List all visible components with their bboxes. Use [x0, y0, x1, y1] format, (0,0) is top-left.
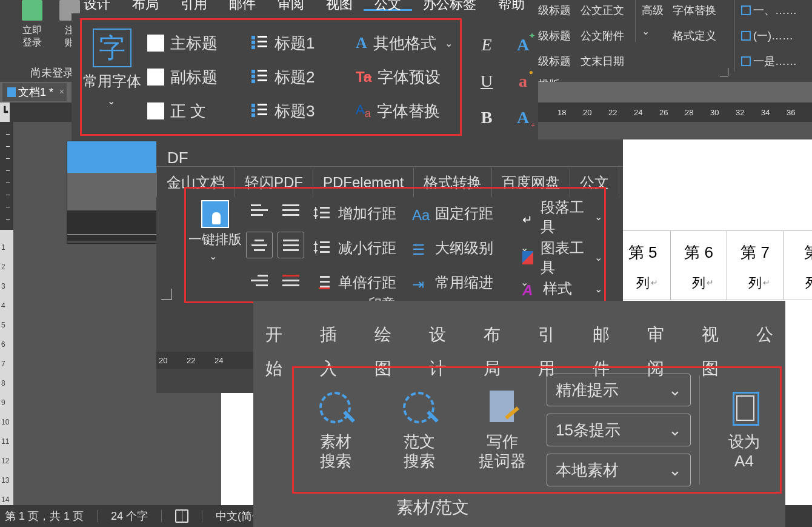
- vertical-ruler-margin[interactable]: [0, 122, 13, 230]
- outline-icon: ☰: [412, 241, 428, 255]
- p3-tab-view[interactable]: 视图: [690, 318, 744, 353]
- styles-btn[interactable]: A样式⌄: [522, 279, 607, 298]
- p3-tab-layout[interactable]: 布局: [471, 318, 526, 353]
- common-fonts-button[interactable]: 字 常用字体⌄: [82, 20, 142, 134]
- num-style-3[interactable]: 一是……: [741, 51, 797, 72]
- font-tools-group: 字体替换 格式定义: [673, 0, 716, 46]
- bold-btn[interactable]: B: [481, 108, 493, 127]
- chevron-down-icon: ⌄: [107, 96, 115, 106]
- gongwen-parts-group: 公文正文 公文附件 文末日期: [581, 0, 624, 72]
- chevron-down-icon: ⌄: [209, 251, 217, 261]
- login-now-button[interactable]: 立即 登录: [20, 0, 44, 49]
- material-search-btn[interactable]: 素材搜索: [294, 389, 378, 471]
- other-formats-btn[interactable]: A其他格式⌄: [353, 26, 458, 60]
- common-indent-btn[interactable]: ⇥常用缩进⌄: [412, 273, 533, 292]
- font-shrink-btn[interactable]: A+: [517, 108, 529, 127]
- advanced-btn[interactable]: 高级 ⌄: [642, 0, 664, 42]
- material-panel: 开始 插入 绘图 设计 布局 引用 邮件 审阅 视图 公 素材搜索 范文搜索 写…: [253, 301, 785, 527]
- underline-btn[interactable]: U: [481, 72, 493, 91]
- sample-search-btn[interactable]: 范文搜索: [378, 389, 461, 471]
- table-col-7[interactable]: 第 7列: [727, 230, 784, 300]
- p3-tab-start[interactable]: 开始: [253, 318, 308, 353]
- tab-officetags[interactable]: 办公标签: [412, 0, 487, 11]
- align-right-btn[interactable]: [246, 267, 273, 294]
- level-heading-1[interactable]: 级标题: [538, 0, 571, 21]
- gongwen-date[interactable]: 文末日期: [581, 51, 624, 72]
- letter-a-icon: A: [356, 34, 367, 52]
- gongwen-attachment[interactable]: 公文附件: [581, 25, 624, 46]
- gongwen-body[interactable]: 公文正文: [581, 0, 624, 21]
- font-replace-btn[interactable]: 字体替换: [673, 0, 716, 21]
- font-icon: 字: [93, 29, 131, 67]
- heading1-btn[interactable]: 标题1: [249, 26, 353, 60]
- level-heading-3[interactable]: 级标题: [538, 51, 571, 72]
- count-select[interactable]: 15条提示⌄: [547, 414, 691, 446]
- chevron-down-icon: ⌄: [594, 211, 602, 223]
- p3-tab-draw[interactable]: 绘图: [362, 318, 417, 353]
- list-icon: [741, 5, 751, 15]
- subtitle-btn[interactable]: 副标题: [145, 60, 249, 94]
- one-click-typeset-btn[interactable]: 一键排版 ⌄: [188, 200, 242, 264]
- main-title-btn[interactable]: 主标题: [145, 26, 249, 60]
- close-icon[interactable]: ×: [59, 87, 64, 96]
- login-l2: 登录: [22, 37, 42, 47]
- navpane-body: [67, 173, 157, 210]
- tab-references[interactable]: 引用: [170, 0, 218, 11]
- status-words[interactable]: 24 个字: [111, 509, 148, 523]
- style-icon: A: [522, 282, 536, 295]
- font-replace-btn[interactable]: Aa字体替换: [353, 94, 458, 128]
- heading2-btn[interactable]: 标题2: [249, 60, 353, 94]
- p3-tab-gong[interactable]: 公: [744, 318, 785, 353]
- p3-tab-review[interactable]: 审阅: [635, 318, 690, 353]
- source-select[interactable]: 本地素材⌄: [547, 454, 691, 486]
- num-style-1[interactable]: 一、……: [741, 0, 797, 21]
- p3-tab-mail[interactable]: 邮件: [581, 318, 635, 353]
- table-col-8[interactable]: 第列: [784, 230, 812, 300]
- tab-help[interactable]: 帮助: [487, 0, 536, 11]
- book-icon[interactable]: [175, 509, 188, 523]
- heading-group: 级标题 级标题 级标题 排版: [538, 0, 571, 95]
- p3-tab-ref[interactable]: 引用: [526, 318, 581, 353]
- tab-view[interactable]: 视图: [315, 0, 364, 11]
- p3-tab-design[interactable]: 设计: [417, 318, 471, 353]
- font-preset-btn[interactable]: Ta字体预设: [353, 60, 458, 94]
- heading3-btn[interactable]: 标题3: [249, 94, 353, 128]
- document-tab[interactable]: 文档1 * ×: [2, 83, 67, 101]
- tab-gongwen[interactable]: 公文: [364, 0, 412, 11]
- align-center-btn[interactable]: [246, 232, 273, 258]
- spacing-up-icon: [315, 207, 331, 220]
- list-icon: [251, 102, 268, 119]
- paragraph-tools-btn[interactable]: 段落工具⌄: [522, 198, 607, 237]
- dialog-launcher-icon[interactable]: [161, 289, 172, 300]
- p3-tab-insert[interactable]: 插入: [308, 318, 362, 353]
- table-col-6[interactable]: 第 6列: [671, 230, 727, 300]
- font-grow-btn[interactable]: A✦: [517, 35, 529, 55]
- clear-format-btn[interactable]: E: [481, 35, 491, 55]
- tab-layout[interactable]: 布局: [121, 0, 170, 11]
- align-justify-btn[interactable]: [278, 196, 304, 223]
- table-column-headers: 第 5列 第 6列 第 7列 第列: [614, 230, 812, 300]
- level-heading-2[interactable]: 级标题: [538, 25, 571, 46]
- single-spacing-icon: [315, 276, 331, 289]
- navigation-pane[interactable]: [67, 141, 158, 244]
- vertical-ruler[interactable]: 1 2 3 4 5 6 7 8 9 10 11 12 13 14: [0, 230, 13, 505]
- tab-review[interactable]: 审阅: [267, 0, 315, 11]
- body-text-btn[interactable]: 正 文: [145, 94, 249, 128]
- tab-mail[interactable]: 邮件: [218, 0, 267, 11]
- dialog-launcher-icon[interactable]: [720, 68, 728, 76]
- num-style-2[interactable]: (一)……: [741, 25, 797, 46]
- font-color-btn[interactable]: a●: [519, 72, 527, 91]
- chart-tools-btn[interactable]: 图表工具⌄: [522, 238, 607, 277]
- set-a4-btn[interactable]: 设为A4: [708, 389, 780, 471]
- align-distribute-btn[interactable]: [278, 232, 304, 258]
- panel3-tabs: 开始 插入 绘图 设计 布局 引用 邮件 审阅 视图 公: [253, 318, 785, 353]
- align-special-btn[interactable]: [278, 267, 304, 294]
- precision-select[interactable]: 精准提示⌄: [547, 374, 691, 406]
- format-define-btn[interactable]: 格式定义: [673, 25, 716, 46]
- typeset-panel: DF 金山文档 轻闪PDF PDFelement 格式转换 百度网盘 公文 一键…: [156, 139, 623, 303]
- fixed-spacing-btn[interactable]: Aa固定行距: [412, 204, 533, 223]
- align-left-btn[interactable]: [246, 196, 273, 223]
- status-pages[interactable]: 第 1 页，共 1 页: [5, 509, 84, 523]
- outline-level-btn[interactable]: ☰大纲级别⌄: [412, 238, 533, 258]
- prompt-writer-btn[interactable]: 写作提词器: [461, 389, 544, 471]
